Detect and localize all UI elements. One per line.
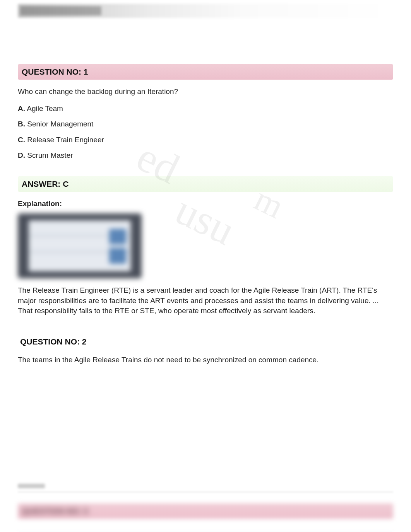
question-2-prompt: The teams in the Agile Release Trains do… (18, 355, 393, 365)
header-blurred-region (18, 4, 393, 18)
question-1-block: QUESTION NO: 1 Who can change the backlo… (18, 64, 393, 316)
explanation-1-text: The Release Train Engineer (RTE) is a se… (18, 285, 393, 316)
option-b: B. Senior Management (18, 119, 393, 130)
question-1-header: QUESTION NO: 1 (18, 64, 393, 80)
exam-page: ed usu m QUESTION NO: 1 Who can change t… (0, 4, 411, 532)
explanation-label: Explanation: (18, 200, 393, 208)
option-d: D. Scrum Master (18, 150, 393, 161)
answer-1-header: ANSWER: C (18, 176, 393, 192)
spacer (18, 18, 393, 64)
question-3-block: QUESTION NO: 3 (18, 503, 393, 519)
option-c-text: Release Train Engineer (27, 136, 104, 144)
explanation-image-blurred (18, 213, 142, 278)
option-a-letter: A. (18, 104, 25, 113)
option-a-text: Agile Team (27, 104, 63, 113)
blurred-small-text (18, 484, 45, 488)
option-a: A. Agile Team (18, 104, 393, 114)
question-1-options: A. Agile Team B. Senior Management C. Re… (18, 104, 393, 161)
question-2-block: QUESTION NO: 2 The teams in the Agile Re… (18, 336, 393, 365)
question-3-header-blurred: QUESTION NO: 3 (18, 503, 393, 519)
spacer (18, 372, 393, 484)
option-b-text: Senior Management (27, 120, 93, 128)
blurred-divider (18, 491, 393, 493)
option-d-text: Scrum Master (27, 151, 73, 159)
option-d-letter: D. (18, 151, 25, 159)
header-blurred-title (20, 6, 101, 15)
question-2-header: QUESTION NO: 2 (18, 336, 393, 348)
question-1-prompt: Who can change the backlog during an Ite… (18, 87, 393, 97)
option-c-letter: C. (18, 136, 25, 144)
option-c: C. Release Train Engineer (18, 135, 393, 145)
option-b-letter: B. (18, 120, 25, 128)
